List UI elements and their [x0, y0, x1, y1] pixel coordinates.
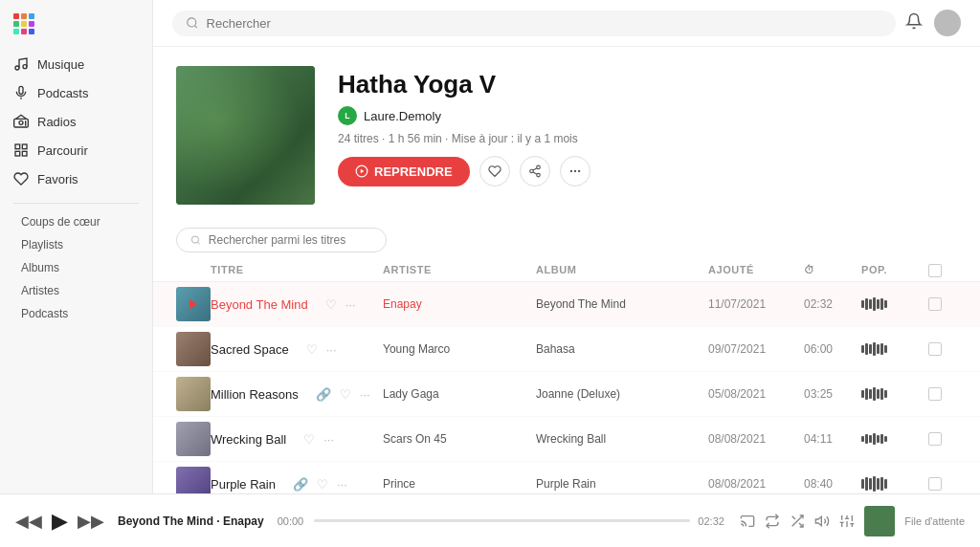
sidebar-item-albums[interactable]: Albums — [0, 256, 152, 279]
sidebar-item-label: Favoris — [37, 172, 78, 186]
select-all-checkbox[interactable] — [928, 264, 942, 277]
svg-point-0 — [15, 66, 19, 70]
sidebar-item-playlists[interactable]: Playlists — [0, 233, 152, 256]
music-icon — [13, 56, 29, 72]
avatar[interactable] — [934, 10, 961, 36]
header-empty — [176, 264, 211, 277]
track-checkbox[interactable] — [928, 477, 942, 491]
track-album: Bahasa — [536, 342, 708, 356]
reprendre-button[interactable]: REPRENDRE — [338, 157, 470, 186]
track-popularity — [861, 387, 928, 401]
track-like-button[interactable]: ♡ — [315, 475, 330, 493]
track-row[interactable]: Wrecking Ball ♡ ··· Scars On 45 Wrecking… — [153, 417, 980, 462]
track-date: 05/08/2021 — [708, 387, 804, 401]
search-icon — [186, 16, 199, 30]
sidebar-item-musique[interactable]: Musique — [0, 50, 152, 78]
track-link-icon[interactable]: 🔗 — [291, 475, 310, 493]
next-button[interactable]: ▶▶ — [78, 511, 104, 532]
volume-icon — [814, 514, 830, 529]
search-box[interactable] — [172, 11, 896, 36]
sidebar-item-label: Podcasts — [37, 86, 88, 100]
track-more-button[interactable]: ··· — [344, 295, 358, 314]
track-like-button[interactable]: ♡ — [338, 385, 353, 404]
track-actions: ♡ ··· — [301, 430, 336, 449]
track-row[interactable]: Beyond The Mind ♡ ··· Enapay Beyond The … — [153, 282, 980, 327]
sidebar-item-coups-de-coeur[interactable]: Coups de cœur — [0, 210, 152, 233]
ellipsis-icon — [568, 164, 582, 178]
track-search-input[interactable] — [209, 233, 372, 247]
eq-button[interactable] — [839, 514, 855, 529]
logo-cell — [13, 21, 19, 27]
author-badge: L — [338, 106, 357, 125]
track-row[interactable]: Purple Rain 🔗 ♡ ··· Prince Purple Rain 0… — [153, 462, 980, 493]
track-more-button[interactable]: ··· — [358, 385, 372, 404]
volume-button[interactable] — [814, 514, 830, 529]
like-button[interactable] — [479, 156, 510, 186]
header-album: ALBUM — [536, 264, 708, 277]
svg-line-18 — [533, 172, 537, 174]
repeat-button[interactable] — [765, 514, 780, 529]
logo-cell — [13, 29, 19, 34]
svg-marker-25 — [189, 299, 197, 310]
sidebar-item-radios[interactable]: Radios — [0, 107, 152, 136]
track-more-button[interactable]: ··· — [322, 430, 336, 449]
repeat-icon — [765, 514, 780, 529]
track-popularity — [861, 433, 928, 445]
cast-button[interactable] — [740, 514, 755, 529]
sidebar-item-podcasts[interactable]: Podcasts — [0, 78, 152, 107]
notification-bell-icon[interactable] — [905, 12, 923, 33]
track-more-button[interactable]: ··· — [324, 340, 339, 359]
playlist-search-box[interactable] — [176, 228, 387, 252]
heart-outline-icon — [488, 164, 501, 178]
sidebar-item-parcourir[interactable]: Parcourir — [0, 136, 152, 164]
track-popularity — [861, 342, 928, 356]
svg-line-24 — [198, 242, 200, 244]
track-more-button[interactable]: ··· — [335, 475, 349, 493]
track-duration: 08:40 — [804, 477, 861, 491]
track-row[interactable]: Million Reasons 🔗 ♡ ··· Lady Gaga Joanne… — [153, 372, 980, 417]
radio-icon — [13, 114, 29, 129]
prev-button[interactable]: ◀◀ — [15, 511, 42, 532]
playlist-cover-image — [176, 66, 315, 205]
track-album: Wrecking Ball — [536, 432, 708, 446]
track-checkbox[interactable] — [928, 297, 942, 311]
track-like-button[interactable]: ♡ — [304, 340, 320, 359]
svg-line-29 — [792, 515, 795, 518]
eq-icon — [839, 514, 855, 529]
track-link-icon[interactable]: 🔗 — [314, 385, 333, 404]
track-checkbox[interactable] — [928, 342, 942, 356]
sidebar-item-label: Radios — [37, 115, 76, 129]
logo-cell — [21, 13, 27, 19]
sidebar-item-favoris[interactable]: Favoris — [0, 164, 152, 193]
track-date: 09/07/2021 — [708, 342, 804, 356]
sidebar-item-podcasts-sub[interactable]: Podcasts — [0, 302, 152, 325]
share-button[interactable] — [520, 156, 550, 186]
track-actions: 🔗 ♡ ··· — [314, 385, 372, 404]
playlist-author: L Laure.Demoly — [338, 106, 957, 125]
reprendre-label: REPRENDRE — [374, 164, 453, 179]
search-input[interactable] — [207, 16, 882, 31]
shuffle-button[interactable] — [790, 514, 805, 529]
track-checkbox[interactable] — [928, 387, 942, 401]
track-album: Purple Rain — [536, 477, 708, 491]
sidebar-item-artistes[interactable]: Artistes — [0, 279, 152, 302]
track-row[interactable]: Sacred Space ♡ ··· Young Marco Bahasa 09… — [153, 327, 980, 372]
track-checkbox[interactable] — [928, 432, 942, 446]
playlist-info: Hatha Yoga V L Laure.Demoly 24 titres · … — [338, 66, 957, 186]
track-name-cell: Million Reasons 🔗 ♡ ··· — [211, 385, 383, 404]
player-progress-container: 00:00 02:32 — [278, 515, 727, 527]
track-like-button[interactable]: ♡ — [301, 430, 317, 449]
track-like-button[interactable]: ♡ — [323, 295, 339, 314]
more-button[interactable] — [560, 156, 590, 186]
topbar-icons — [905, 10, 961, 36]
svg-line-19 — [533, 168, 537, 170]
share-icon — [528, 164, 542, 178]
playlist-cover — [176, 66, 315, 205]
track-album: Joanne (Deluxe) — [536, 387, 708, 401]
svg-point-21 — [573, 170, 575, 172]
header-artiste: ARTISTE — [383, 264, 536, 277]
svg-point-5 — [19, 120, 23, 124]
svg-line-12 — [194, 26, 196, 28]
play-button[interactable]: ▶ — [52, 509, 68, 534]
player-progress-bar[interactable] — [314, 519, 691, 522]
